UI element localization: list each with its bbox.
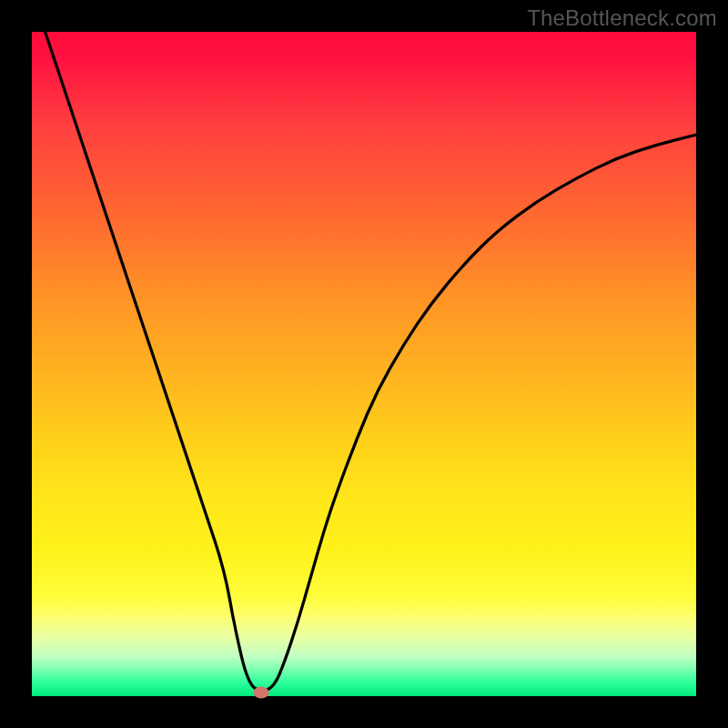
- watermark-text: TheBottleneck.com: [527, 5, 717, 31]
- plot-area: [32, 32, 696, 696]
- chart-frame: TheBottleneck.com: [0, 0, 728, 728]
- bottleneck-curve: [46, 32, 696, 691]
- optimum-marker: [253, 687, 268, 699]
- curve-svg: [32, 32, 696, 696]
